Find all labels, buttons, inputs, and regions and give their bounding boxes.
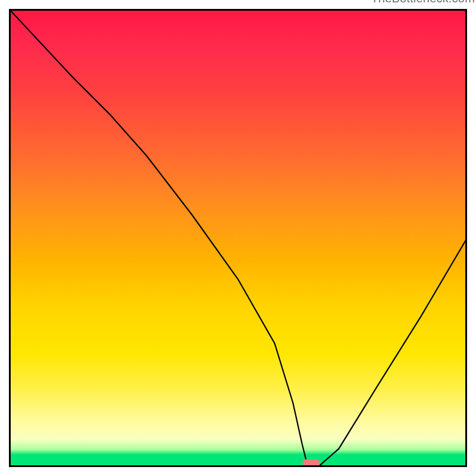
watermark-text: TheBottleneck.com bbox=[371, 0, 475, 5]
chart-container: TheBottleneck.com bbox=[0, 0, 476, 476]
plot-area bbox=[9, 9, 467, 467]
bottleneck-marker bbox=[302, 459, 320, 467]
curve-svg bbox=[9, 9, 467, 467]
bottleneck-curve-path bbox=[9, 9, 467, 465]
